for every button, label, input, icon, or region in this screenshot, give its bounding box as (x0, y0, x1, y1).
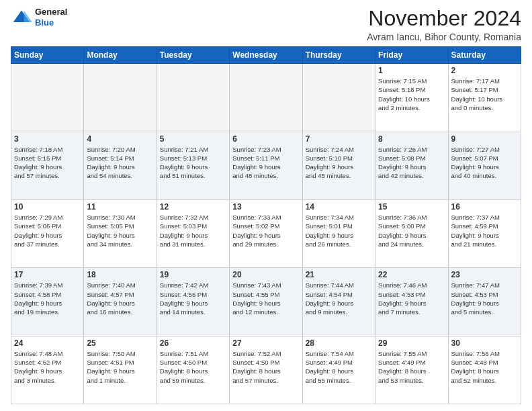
day-number: 25 (87, 338, 153, 348)
calendar-cell (11, 64, 84, 132)
calendar-cell: 17Sunrise: 7:39 AM Sunset: 4:58 PM Dayli… (11, 268, 84, 336)
calendar-cell: 6Sunrise: 7:23 AM Sunset: 5:11 PM Daylig… (230, 132, 302, 199)
day-number: 16 (451, 202, 518, 212)
day-info: Sunrise: 7:20 AM Sunset: 5:14 PM Dayligh… (87, 145, 153, 181)
day-info: Sunrise: 7:33 AM Sunset: 5:02 PM Dayligh… (232, 213, 299, 248)
calendar-cell (230, 64, 302, 132)
calendar-week-3: 17Sunrise: 7:39 AM Sunset: 4:58 PM Dayli… (11, 268, 521, 336)
day-number: 17 (14, 270, 81, 279)
day-info: Sunrise: 7:44 AM Sunset: 4:54 PM Dayligh… (306, 281, 372, 316)
calendar-cell: 2Sunrise: 7:17 AM Sunset: 5:17 PM Daylig… (448, 64, 521, 132)
calendar-cell (84, 64, 157, 132)
day-number: 4 (87, 134, 153, 144)
day-number: 28 (306, 338, 372, 348)
calendar-cell: 12Sunrise: 7:32 AM Sunset: 5:03 PM Dayli… (157, 199, 229, 267)
day-info: Sunrise: 7:54 AM Sunset: 4:49 PM Dayligh… (306, 349, 372, 385)
day-info: Sunrise: 7:37 AM Sunset: 4:59 PM Dayligh… (451, 213, 518, 248)
month-title: November 2024 (367, 7, 521, 30)
calendar-header-friday: Friday (375, 47, 448, 64)
day-info: Sunrise: 7:32 AM Sunset: 5:03 PM Dayligh… (160, 213, 226, 248)
calendar-week-4: 24Sunrise: 7:48 AM Sunset: 4:52 PM Dayli… (11, 336, 521, 404)
day-number: 8 (378, 134, 445, 144)
calendar-cell: 1Sunrise: 7:15 AM Sunset: 5:18 PM Daylig… (375, 64, 448, 132)
calendar-table: SundayMondayTuesdayWednesdayThursdayFrid… (11, 46, 521, 404)
calendar-cell: 29Sunrise: 7:55 AM Sunset: 4:49 PM Dayli… (375, 336, 448, 404)
day-info: Sunrise: 7:26 AM Sunset: 5:08 PM Dayligh… (378, 145, 445, 181)
day-info: Sunrise: 7:56 AM Sunset: 4:48 PM Dayligh… (451, 349, 518, 385)
calendar-week-0: 1Sunrise: 7:15 AM Sunset: 5:18 PM Daylig… (11, 64, 521, 132)
calendar-cell: 15Sunrise: 7:36 AM Sunset: 5:00 PM Dayli… (375, 199, 448, 267)
day-info: Sunrise: 7:36 AM Sunset: 5:00 PM Dayligh… (378, 213, 445, 248)
calendar-header-sunday: Sunday (11, 47, 84, 64)
day-number: 13 (232, 202, 299, 212)
day-number: 2 (451, 66, 518, 75)
day-number: 29 (378, 338, 445, 348)
day-info: Sunrise: 7:23 AM Sunset: 5:11 PM Dayligh… (232, 145, 299, 181)
calendar-cell: 21Sunrise: 7:44 AM Sunset: 4:54 PM Dayli… (302, 268, 375, 336)
day-info: Sunrise: 7:55 AM Sunset: 4:49 PM Dayligh… (378, 349, 445, 385)
day-info: Sunrise: 7:39 AM Sunset: 4:58 PM Dayligh… (14, 281, 81, 316)
day-number: 7 (306, 134, 372, 144)
day-info: Sunrise: 7:34 AM Sunset: 5:01 PM Dayligh… (306, 213, 372, 248)
calendar-cell: 27Sunrise: 7:52 AM Sunset: 4:50 PM Dayli… (230, 336, 302, 404)
calendar-cell: 11Sunrise: 7:30 AM Sunset: 5:05 PM Dayli… (84, 199, 157, 267)
day-number: 3 (14, 134, 81, 144)
calendar-cell: 5Sunrise: 7:21 AM Sunset: 5:13 PM Daylig… (157, 132, 229, 199)
day-info: Sunrise: 7:17 AM Sunset: 5:17 PM Dayligh… (451, 77, 518, 112)
day-info: Sunrise: 7:27 AM Sunset: 5:07 PM Dayligh… (451, 145, 518, 181)
calendar-cell: 24Sunrise: 7:48 AM Sunset: 4:52 PM Dayli… (11, 336, 84, 404)
calendar-cell: 3Sunrise: 7:18 AM Sunset: 5:15 PM Daylig… (11, 132, 84, 199)
location: Avram Iancu, Bihor County, Romania (367, 32, 521, 42)
day-info: Sunrise: 7:40 AM Sunset: 4:57 PM Dayligh… (87, 281, 153, 316)
day-number: 27 (232, 338, 299, 348)
logo-icon (11, 8, 32, 27)
day-number: 24 (14, 338, 81, 348)
calendar-cell (302, 64, 375, 132)
calendar-cell: 16Sunrise: 7:37 AM Sunset: 4:59 PM Dayli… (448, 199, 521, 267)
calendar-cell: 13Sunrise: 7:33 AM Sunset: 5:02 PM Dayli… (230, 199, 302, 267)
day-info: Sunrise: 7:46 AM Sunset: 4:53 PM Dayligh… (378, 281, 445, 316)
calendar-header-saturday: Saturday (448, 47, 521, 64)
day-number: 6 (232, 134, 299, 144)
day-number: 9 (451, 134, 518, 144)
day-info: Sunrise: 7:47 AM Sunset: 4:53 PM Dayligh… (451, 281, 518, 316)
calendar-cell: 7Sunrise: 7:24 AM Sunset: 5:10 PM Daylig… (302, 132, 375, 199)
calendar-week-1: 3Sunrise: 7:18 AM Sunset: 5:15 PM Daylig… (11, 132, 521, 199)
day-info: Sunrise: 7:24 AM Sunset: 5:10 PM Dayligh… (306, 145, 372, 181)
day-number: 22 (378, 270, 445, 279)
day-number: 30 (451, 338, 518, 348)
calendar-cell: 25Sunrise: 7:50 AM Sunset: 4:51 PM Dayli… (84, 336, 157, 404)
calendar-cell: 18Sunrise: 7:40 AM Sunset: 4:57 PM Dayli… (84, 268, 157, 336)
calendar-cell: 10Sunrise: 7:29 AM Sunset: 5:06 PM Dayli… (11, 199, 84, 267)
day-info: Sunrise: 7:51 AM Sunset: 4:50 PM Dayligh… (160, 349, 226, 385)
day-number: 5 (160, 134, 226, 144)
day-info: Sunrise: 7:50 AM Sunset: 4:51 PM Dayligh… (87, 349, 153, 385)
calendar-cell (157, 64, 229, 132)
page: General Blue November 2024 Avram Iancu, … (0, 0, 532, 411)
day-number: 14 (306, 202, 372, 212)
day-number: 19 (160, 270, 226, 279)
calendar-header-thursday: Thursday (302, 47, 375, 64)
calendar-header-tuesday: Tuesday (157, 47, 229, 64)
header: General Blue November 2024 Avram Iancu, … (11, 7, 521, 42)
day-info: Sunrise: 7:43 AM Sunset: 4:55 PM Dayligh… (232, 281, 299, 316)
calendar-cell: 4Sunrise: 7:20 AM Sunset: 5:14 PM Daylig… (84, 132, 157, 199)
logo-line1: General (35, 7, 67, 17)
day-info: Sunrise: 7:42 AM Sunset: 4:56 PM Dayligh… (160, 281, 226, 316)
day-number: 12 (160, 202, 226, 212)
day-info: Sunrise: 7:29 AM Sunset: 5:06 PM Dayligh… (14, 213, 81, 248)
day-number: 11 (87, 202, 153, 212)
calendar-cell: 19Sunrise: 7:42 AM Sunset: 4:56 PM Dayli… (157, 268, 229, 336)
calendar-header-monday: Monday (84, 47, 157, 64)
day-number: 1 (378, 66, 445, 75)
calendar-cell: 8Sunrise: 7:26 AM Sunset: 5:08 PM Daylig… (375, 132, 448, 199)
day-info: Sunrise: 7:52 AM Sunset: 4:50 PM Dayligh… (232, 349, 299, 385)
calendar-cell: 23Sunrise: 7:47 AM Sunset: 4:53 PM Dayli… (448, 268, 521, 336)
calendar-cell: 22Sunrise: 7:46 AM Sunset: 4:53 PM Dayli… (375, 268, 448, 336)
day-info: Sunrise: 7:18 AM Sunset: 5:15 PM Dayligh… (14, 145, 81, 181)
day-number: 18 (87, 270, 153, 279)
day-number: 21 (306, 270, 372, 279)
day-number: 20 (232, 270, 299, 279)
calendar-week-2: 10Sunrise: 7:29 AM Sunset: 5:06 PM Dayli… (11, 199, 521, 267)
title-block: November 2024 Avram Iancu, Bihor County,… (367, 7, 521, 42)
